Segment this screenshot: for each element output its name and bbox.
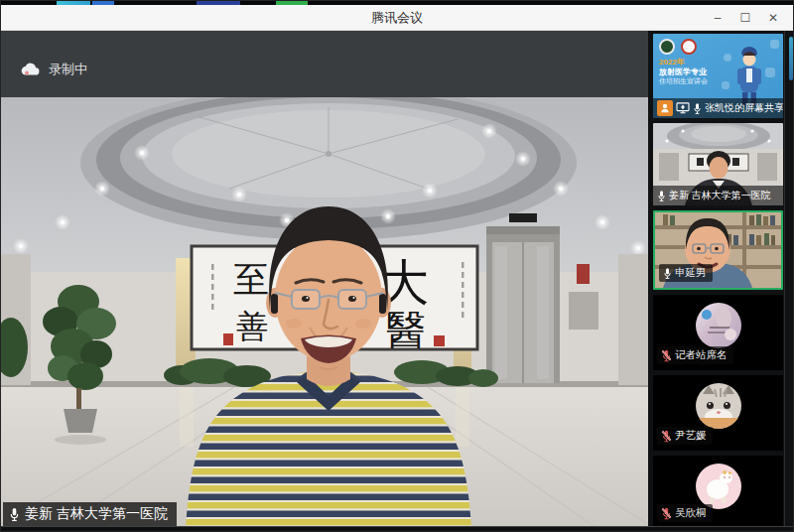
calligraphy-char-yi: 醫 bbox=[386, 307, 426, 352]
slide-line-1: 2022年 bbox=[659, 58, 708, 67]
maximize-button[interactable]: ☐ bbox=[733, 7, 757, 29]
tile-participant-wuxintong[interactable]: 吴欣桐 bbox=[653, 456, 783, 528]
titlebar[interactable]: 腾讯会议 – ☐ ✕ bbox=[1, 5, 793, 31]
window-bottom-edge bbox=[1, 526, 793, 531]
mic-icon bbox=[663, 267, 672, 280]
red-seal bbox=[223, 333, 233, 345]
recording-label: 录制中 bbox=[49, 61, 87, 78]
slide-float-icon bbox=[765, 67, 775, 77]
participants-sidebar: 2022年 放射医学专业 住培招生宣讲会 bbox=[648, 31, 794, 528]
minimize-button[interactable]: – bbox=[706, 7, 729, 29]
screen-share-label: 张凯悦的屏幕共享 bbox=[705, 101, 783, 115]
mic-muted-icon bbox=[661, 349, 672, 362]
calligraphy-char-shan: 善 bbox=[236, 308, 268, 345]
wall-red-sign bbox=[577, 264, 590, 284]
mic-muted-icon bbox=[661, 507, 672, 520]
participant-name: 尹艺媛 bbox=[675, 429, 707, 443]
tile-participant-yinyiyuan[interactable]: 尹艺媛 bbox=[653, 375, 783, 451]
slide-line-3: 住培招生宣讲会 bbox=[659, 77, 708, 86]
tile-participant-shenyannan[interactable]: 申延男 bbox=[653, 210, 783, 290]
meeting-window: 腾讯会议 – ☐ ✕ 录制中 bbox=[0, 0, 794, 532]
main-video-stream[interactable]: 至 善 大 醫 bbox=[1, 97, 648, 528]
mic-icon bbox=[9, 507, 20, 522]
window-controls: – ☐ ✕ bbox=[706, 5, 785, 31]
participant-label-bar: 姜新 吉林大学第一医院 bbox=[653, 186, 783, 205]
window-title: 腾讯会议 bbox=[1, 5, 793, 31]
avatar bbox=[696, 464, 741, 509]
red-seal bbox=[434, 335, 445, 346]
participant-nameplate: 记者站席名 bbox=[657, 346, 733, 364]
main-speaker-nameplate: 姜新 吉林大学第一医院 bbox=[3, 502, 177, 526]
avatar bbox=[696, 383, 741, 429]
slide-float-icon bbox=[722, 81, 729, 89]
slide-float-icon bbox=[770, 40, 779, 49]
hospital-lobby-scene: 至 善 大 醫 bbox=[1, 97, 648, 528]
participant-nameplate: 尹艺媛 bbox=[657, 427, 713, 445]
participant-nameplate: 申延男 bbox=[659, 264, 713, 282]
slide-text: 2022年 放射医学专业 住培招生宣讲会 bbox=[659, 58, 708, 86]
cloud-recording-icon bbox=[21, 63, 41, 76]
participant-nameplate: 吴欣桐 bbox=[657, 504, 713, 522]
main-video-area[interactable]: 录制中 bbox=[1, 31, 648, 528]
mic-icon bbox=[657, 190, 666, 202]
mic-icon bbox=[693, 102, 702, 115]
slide-emblem-icon bbox=[659, 39, 675, 55]
slide-emblem-icon bbox=[681, 39, 697, 55]
mic-muted-icon bbox=[661, 430, 672, 443]
participant-name: 记者站席名 bbox=[675, 348, 728, 362]
recording-indicator[interactable]: 录制中 bbox=[21, 61, 87, 78]
screen-share-label-bar: 张凯悦的屏幕共享 bbox=[653, 98, 783, 118]
presenter-person-icon bbox=[657, 100, 673, 116]
tile-screen-share[interactable]: 2022年 放射医学专业 住培招生宣讲会 bbox=[653, 34, 783, 118]
sidebar-scrollbar[interactable] bbox=[789, 37, 793, 80]
meeting-content: 录制中 bbox=[1, 31, 794, 528]
screen-share-icon bbox=[676, 102, 690, 114]
sidebar-divider bbox=[784, 31, 785, 528]
participant-name: 吴欣桐 bbox=[675, 506, 707, 520]
tile-participant-jiangxin[interactable]: 姜新 吉林大学第一医院 bbox=[653, 123, 783, 205]
main-speaker-name: 姜新 吉林大学第一医院 bbox=[25, 505, 168, 523]
close-button[interactable]: ✕ bbox=[761, 7, 785, 29]
participant-name: 姜新 吉林大学第一医院 bbox=[669, 189, 771, 202]
slide-float-icon bbox=[724, 54, 731, 62]
calligraphy-char-zhi: 至 bbox=[233, 259, 269, 300]
tile-participant-jizhezhan[interactable]: 记者站席名 bbox=[653, 295, 783, 370]
elevator bbox=[486, 213, 560, 383]
participant-name: 申延男 bbox=[675, 266, 707, 280]
slide-line-2: 放射医学专业 bbox=[659, 67, 708, 77]
avatar bbox=[696, 303, 741, 348]
